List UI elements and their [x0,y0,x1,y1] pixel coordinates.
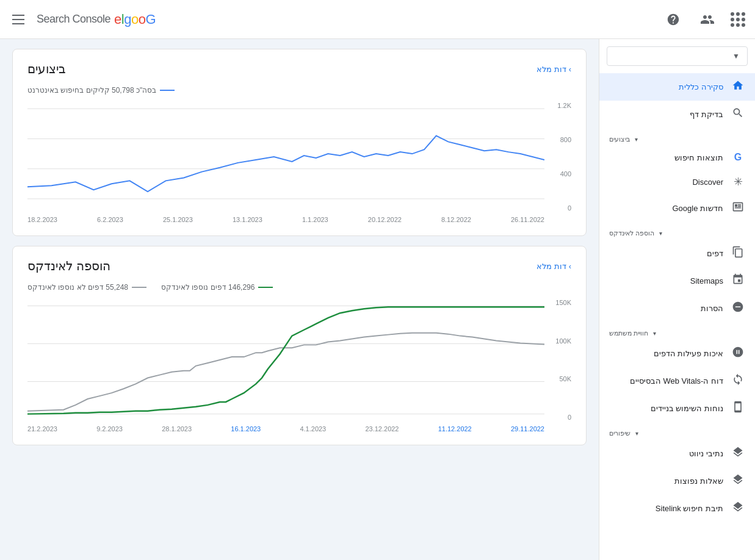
sitelink-icon [731,501,745,516]
sidebar-item-google-news-label: חדשות Google [609,204,723,213]
sidebar-item-pages-label: דפים [609,249,723,258]
x-label-7: 6.2.2023 [97,216,123,223]
performance-legend: בסה"כ 50,798 קליקים בחיפוש באינטרנט [27,86,571,95]
sidebar-item-search-results[interactable]: G תוצאות חיפוש [599,146,755,169]
chevron-icon2: ▾ [659,230,662,237]
sidebar-item-sitelink-search[interactable]: תיבת חיפוש Sitelink [599,495,755,522]
apps-icon[interactable] [731,12,745,27]
phone-icon [731,401,745,416]
google-g-icon: G [731,152,745,163]
section-performance-label: ביצועים [609,135,630,143]
y-idx-0: 0 [549,414,571,421]
dropdown-arrow-icon: ▼ [732,52,740,60]
section-performance-header: ▾ ביצועים [599,128,755,146]
x-label-1: 26.11.2022 [511,216,544,223]
performance-card: › דות מלא ביצועים בסה"כ 50,798 קליקים בח… [12,49,587,236]
web-vitals-icon [731,373,745,389]
sidebar-item-pages[interactable]: דפים [599,240,755,267]
sidebar-item-sitelink-search-label: תיבת חיפוש Sitelink [609,504,723,513]
sidebar-item-overview-label: סקירה כללית [609,82,723,92]
google-logo: Google Search Console [37,12,156,27]
index-card-title: הוספה לאינדקס [27,259,110,273]
xi-label-7: 9.2.2023 [96,425,123,433]
xi-label-1: 29.11.2022 [511,425,544,433]
index-card-header: › דות מלא הוספה לאינדקס [27,259,571,273]
performance-x-labels: 26.11.2022 8.12.2022 20.12.2022 1.1.2023… [27,216,544,223]
y-label-800: 800 [549,136,571,143]
sidebar-item-mobile-usability[interactable]: נוחות השימוש בניידים [599,395,755,422]
sidebar-item-google-news[interactable]: חדשות Google [599,195,755,222]
x-label-8: 18.2.2023 [27,216,57,223]
xi-label-2: 11.12.2022 [438,425,472,433]
section-experience-header: ▾ חוויית משתמש [599,322,755,340]
chevron-icon: ▾ [635,136,638,143]
legend-line-gray [132,287,146,288]
removals-icon [731,301,745,316]
performance-full-report-link[interactable]: › דות מלא [536,65,571,74]
index-legend-label-gray: 55,248 דפים לא נוספו לאינדקס [27,283,128,292]
performance-card-header: › דות מלא ביצועים [27,62,571,76]
performance-legend-label: בסה"כ 50,798 קליקים בחיפוש באינטרנט [27,86,156,95]
account-icon[interactable] [696,9,718,31]
sidebar-item-page-activity-label: איכות פעילות הדפים [609,349,723,358]
property-selector[interactable]: ▼ [607,46,748,66]
menu-icon[interactable] [10,12,27,27]
sidebar-item-discover[interactable]: ✳ Discover [599,169,755,195]
index-legend: 146,296 דפים נוספו לאינדקס 55,248 דפים ל… [27,283,571,292]
index-legend-item-gray: 55,248 דפים לא נוספו לאינדקס [27,283,146,292]
chevron-icon4: ▾ [635,430,638,437]
sidebar-item-page-check-label: בדיקת דף [609,110,723,119]
y-idx-100k: 100K [549,337,571,345]
xi-label-8: 21.2.2023 [27,425,57,433]
y-label-1-2k: 1.2K [549,102,571,109]
xi-label-4: 4.1.2023 [300,425,326,433]
pages-icon [731,246,745,261]
sidebar-item-overview[interactable]: סקירה כללית [599,73,755,101]
sidebar-item-mobile-usability-label: נוחות השימוש בניידים [609,404,723,413]
section-enhancements-label: שיפורים [609,429,630,437]
index-full-report-link[interactable]: › דות מלא [536,262,571,271]
speed-icon [731,346,745,361]
header-left [662,9,745,31]
y-label-400: 400 [549,170,571,178]
product-name: Search Console [37,13,110,26]
news-icon [731,201,745,216]
home-icon [731,79,745,95]
section-index-header: ▾ הוספה לאינדקס [599,222,755,240]
x-label-6: 25.1.2023 [163,216,193,223]
content-area: › דות מלא ביצועים בסה"כ 50,798 קליקים בח… [0,39,599,560]
y-idx-150k: 150K [549,299,571,306]
index-x-labels: 29.11.2022 11.12.2022 23.12.2022 4.1.202… [27,425,544,433]
index-legend-label-green: 146,296 דפים נוספו לאינדקס [161,283,255,292]
header: Google Search Console [0,0,755,39]
sidebar-item-faq[interactable]: שאלות נפוצות [599,467,755,495]
sidebar-item-news-paths-label: נתיבי ניווט [609,449,723,458]
index-card: › דות מלא הוספה לאינדקס 146,296 דפים נוס… [12,246,587,445]
x-label-2: 8.12.2022 [441,216,471,223]
xi-label-6: 28.1.2023 [162,425,192,433]
legend-line-green [258,287,273,288]
sidebar-item-web-vitals[interactable]: דוח ה-Web Vitals הבסיסיים [599,367,755,395]
sidebar-item-page-check[interactable]: בדיקת דף [599,101,755,128]
section-enhancements-header: ▾ שיפורים [599,422,755,440]
sidebar-item-removals[interactable]: הסרות [599,295,755,322]
main-layout: ▼ סקירה כללית בדיקת דף ▾ ביצועים G תוצאו… [0,39,755,560]
sidebar-item-discover-label: Discover [609,178,723,187]
y-idx-50k: 50K [549,375,571,382]
x-label-5: 13.1.2023 [233,216,262,223]
section-experience-label: חוויית משתמש [609,329,648,337]
section-index-label: הוספה לאינדקס [609,229,654,237]
faq-icon [731,473,745,489]
sidebar-item-page-activity[interactable]: איכות פעילות הדפים [599,340,755,367]
x-label-4: 1.1.2023 [302,216,328,223]
header-right: Google Search Console [10,12,156,27]
performance-card-title: ביצועים [27,62,66,76]
sidebar-item-sitemaps[interactable]: Sitemaps [599,267,755,295]
xi-label-5: 16.1.2023 [231,425,261,433]
sidebar-item-web-vitals-label: דוח ה-Web Vitals הבסיסיים [609,376,723,386]
help-icon[interactable] [662,9,684,31]
index-legend-item-green: 146,296 דפים נוספו לאינדקס [161,283,273,292]
legend-line-blue [160,90,175,91]
layers-icon [731,446,745,461]
sidebar-item-news-paths[interactable]: נתיבי ניווט [599,440,755,467]
